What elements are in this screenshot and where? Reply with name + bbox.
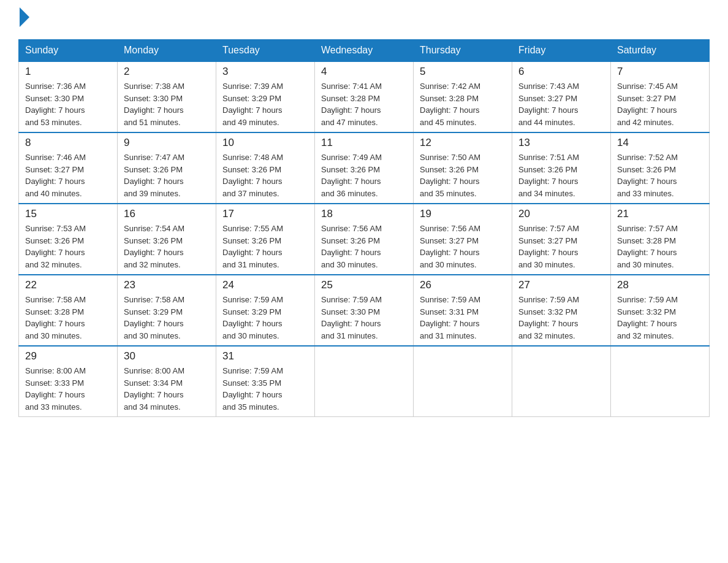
calendar-cell xyxy=(512,346,611,417)
day-info: Sunrise: 7:47 AMSunset: 3:26 PMDaylight:… xyxy=(124,151,210,199)
day-number: 17 xyxy=(222,208,308,220)
day-info: Sunrise: 7:42 AMSunset: 3:28 PMDaylight:… xyxy=(420,80,506,128)
calendar-cell: 16Sunrise: 7:54 AMSunset: 3:26 PMDayligh… xyxy=(118,204,216,275)
calendar-cell: 1Sunrise: 7:36 AMSunset: 3:30 PMDaylight… xyxy=(19,61,118,132)
calendar-header-sunday: Sunday xyxy=(19,40,118,62)
calendar-cell: 10Sunrise: 7:48 AMSunset: 3:26 PMDayligh… xyxy=(216,132,315,204)
day-info: Sunrise: 7:59 AMSunset: 3:32 PMDaylight:… xyxy=(617,294,703,342)
day-info: Sunrise: 7:43 AMSunset: 3:27 PMDaylight:… xyxy=(518,80,604,128)
week-row-3: 15Sunrise: 7:53 AMSunset: 3:26 PMDayligh… xyxy=(19,204,710,275)
day-info: Sunrise: 7:49 AMSunset: 3:26 PMDaylight:… xyxy=(321,151,407,199)
calendar-header-monday: Monday xyxy=(118,40,216,62)
calendar-cell: 12Sunrise: 7:50 AMSunset: 3:26 PMDayligh… xyxy=(414,132,512,204)
calendar-header-thursday: Thursday xyxy=(414,40,512,62)
day-number: 15 xyxy=(25,208,111,220)
day-number: 12 xyxy=(420,137,506,149)
calendar-cell: 21Sunrise: 7:57 AMSunset: 3:28 PMDayligh… xyxy=(611,204,710,275)
calendar-cell: 9Sunrise: 7:47 AMSunset: 3:26 PMDaylight… xyxy=(118,132,216,204)
calendar-cell xyxy=(315,346,414,417)
day-number: 30 xyxy=(124,350,210,362)
day-info: Sunrise: 7:59 AMSunset: 3:30 PMDaylight:… xyxy=(321,294,407,342)
day-info: Sunrise: 7:56 AMSunset: 3:26 PMDaylight:… xyxy=(321,223,407,270)
day-number: 22 xyxy=(25,279,111,291)
calendar-cell: 20Sunrise: 7:57 AMSunset: 3:27 PMDayligh… xyxy=(512,204,611,275)
day-number: 1 xyxy=(25,66,111,78)
calendar-cell: 7Sunrise: 7:45 AMSunset: 3:27 PMDaylight… xyxy=(611,61,710,132)
day-number: 5 xyxy=(420,66,506,78)
calendar-cell: 17Sunrise: 7:55 AMSunset: 3:26 PMDayligh… xyxy=(216,204,315,275)
calendar-cell: 3Sunrise: 7:39 AMSunset: 3:29 PMDaylight… xyxy=(216,61,315,132)
day-info: Sunrise: 7:59 AMSunset: 3:29 PMDaylight:… xyxy=(222,294,308,342)
day-number: 2 xyxy=(124,66,210,78)
day-number: 27 xyxy=(518,279,604,291)
day-number: 14 xyxy=(617,137,703,149)
day-info: Sunrise: 7:59 AMSunset: 3:31 PMDaylight:… xyxy=(420,294,506,342)
day-number: 18 xyxy=(321,208,407,220)
calendar-cell: 8Sunrise: 7:46 AMSunset: 3:27 PMDaylight… xyxy=(19,132,118,204)
day-info: Sunrise: 7:52 AMSunset: 3:26 PMDaylight:… xyxy=(617,151,703,199)
day-info: Sunrise: 7:38 AMSunset: 3:30 PMDaylight:… xyxy=(124,80,210,128)
day-number: 8 xyxy=(25,137,111,149)
calendar-cell: 11Sunrise: 7:49 AMSunset: 3:26 PMDayligh… xyxy=(315,132,414,204)
day-number: 3 xyxy=(222,66,308,78)
calendar-cell: 28Sunrise: 7:59 AMSunset: 3:32 PMDayligh… xyxy=(611,275,710,346)
calendar-cell: 15Sunrise: 7:53 AMSunset: 3:26 PMDayligh… xyxy=(19,204,118,275)
day-info: Sunrise: 7:55 AMSunset: 3:26 PMDaylight:… xyxy=(222,223,308,270)
day-number: 21 xyxy=(617,208,703,220)
week-row-1: 1Sunrise: 7:36 AMSunset: 3:30 PMDaylight… xyxy=(19,61,710,132)
day-number: 13 xyxy=(518,137,604,149)
calendar-header-tuesday: Tuesday xyxy=(216,40,315,62)
day-info: Sunrise: 7:39 AMSunset: 3:29 PMDaylight:… xyxy=(222,80,308,128)
day-info: Sunrise: 7:56 AMSunset: 3:27 PMDaylight:… xyxy=(420,223,506,270)
day-info: Sunrise: 8:00 AMSunset: 3:34 PMDaylight:… xyxy=(124,365,210,413)
calendar-cell: 26Sunrise: 7:59 AMSunset: 3:31 PMDayligh… xyxy=(414,275,512,346)
logo xyxy=(18,12,29,27)
calendar-header-friday: Friday xyxy=(512,40,611,62)
calendar-table: SundayMondayTuesdayWednesdayThursdayFrid… xyxy=(18,39,710,417)
day-number: 29 xyxy=(25,350,111,362)
calendar-cell: 29Sunrise: 8:00 AMSunset: 3:33 PMDayligh… xyxy=(19,346,118,417)
calendar-cell: 18Sunrise: 7:56 AMSunset: 3:26 PMDayligh… xyxy=(315,204,414,275)
calendar-cell: 5Sunrise: 7:42 AMSunset: 3:28 PMDaylight… xyxy=(414,61,512,132)
calendar-cell: 27Sunrise: 7:59 AMSunset: 3:32 PMDayligh… xyxy=(512,275,611,346)
day-info: Sunrise: 7:59 AMSunset: 3:35 PMDaylight:… xyxy=(222,365,308,413)
day-number: 28 xyxy=(617,279,703,291)
day-info: Sunrise: 7:51 AMSunset: 3:26 PMDaylight:… xyxy=(518,151,604,199)
calendar-cell: 25Sunrise: 7:59 AMSunset: 3:30 PMDayligh… xyxy=(315,275,414,346)
day-info: Sunrise: 7:50 AMSunset: 3:26 PMDaylight:… xyxy=(420,151,506,199)
logo-arrow-icon xyxy=(20,7,29,27)
day-info: Sunrise: 8:00 AMSunset: 3:33 PMDaylight:… xyxy=(25,365,111,413)
day-info: Sunrise: 7:57 AMSunset: 3:27 PMDaylight:… xyxy=(518,223,604,270)
day-info: Sunrise: 7:58 AMSunset: 3:29 PMDaylight:… xyxy=(124,294,210,342)
day-info: Sunrise: 7:53 AMSunset: 3:26 PMDaylight:… xyxy=(25,223,111,270)
day-info: Sunrise: 7:54 AMSunset: 3:26 PMDaylight:… xyxy=(124,223,210,270)
calendar-cell: 14Sunrise: 7:52 AMSunset: 3:26 PMDayligh… xyxy=(611,132,710,204)
day-number: 23 xyxy=(124,279,210,291)
day-info: Sunrise: 7:58 AMSunset: 3:28 PMDaylight:… xyxy=(25,294,111,342)
day-number: 7 xyxy=(617,66,703,78)
day-number: 6 xyxy=(518,66,604,78)
calendar-cell: 31Sunrise: 7:59 AMSunset: 3:35 PMDayligh… xyxy=(216,346,315,417)
calendar-cell: 13Sunrise: 7:51 AMSunset: 3:26 PMDayligh… xyxy=(512,132,611,204)
calendar-cell: 22Sunrise: 7:58 AMSunset: 3:28 PMDayligh… xyxy=(19,275,118,346)
calendar-header-wednesday: Wednesday xyxy=(315,40,414,62)
calendar-cell: 30Sunrise: 8:00 AMSunset: 3:34 PMDayligh… xyxy=(118,346,216,417)
calendar-cell: 19Sunrise: 7:56 AMSunset: 3:27 PMDayligh… xyxy=(414,204,512,275)
calendar-cell xyxy=(611,346,710,417)
calendar-header-saturday: Saturday xyxy=(611,40,710,62)
calendar-cell xyxy=(414,346,512,417)
day-info: Sunrise: 7:41 AMSunset: 3:28 PMDaylight:… xyxy=(321,80,407,128)
day-number: 25 xyxy=(321,279,407,291)
week-row-4: 22Sunrise: 7:58 AMSunset: 3:28 PMDayligh… xyxy=(19,275,710,346)
day-info: Sunrise: 7:46 AMSunset: 3:27 PMDaylight:… xyxy=(25,151,111,199)
day-info: Sunrise: 7:36 AMSunset: 3:30 PMDaylight:… xyxy=(25,80,111,128)
calendar-cell: 4Sunrise: 7:41 AMSunset: 3:28 PMDaylight… xyxy=(315,61,414,132)
day-number: 10 xyxy=(222,137,308,149)
day-number: 31 xyxy=(222,350,308,362)
calendar-cell: 24Sunrise: 7:59 AMSunset: 3:29 PMDayligh… xyxy=(216,275,315,346)
calendar-cell: 23Sunrise: 7:58 AMSunset: 3:29 PMDayligh… xyxy=(118,275,216,346)
day-number: 16 xyxy=(124,208,210,220)
day-number: 19 xyxy=(420,208,506,220)
day-info: Sunrise: 7:57 AMSunset: 3:28 PMDaylight:… xyxy=(617,223,703,270)
day-number: 26 xyxy=(420,279,506,291)
